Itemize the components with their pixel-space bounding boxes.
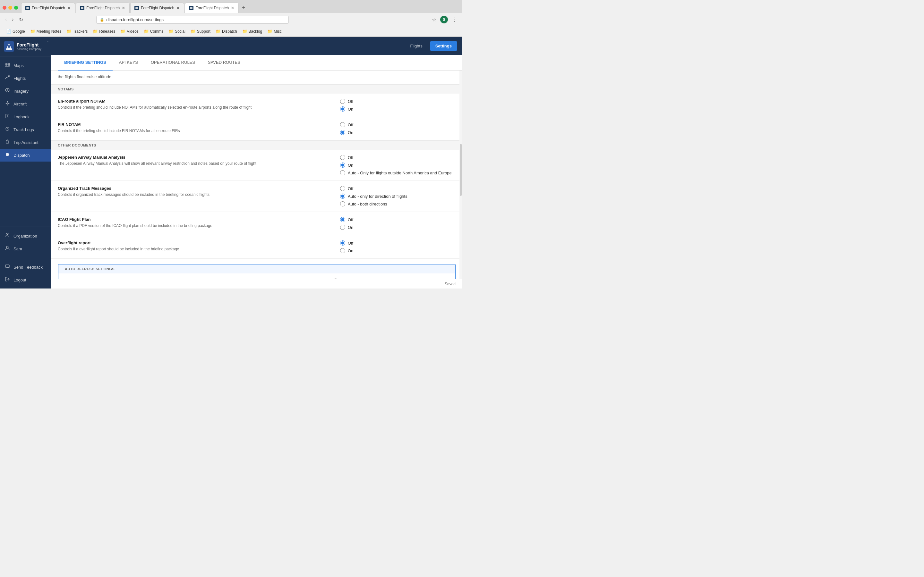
jeppesen-off-radio[interactable]: [340, 155, 345, 160]
icao-on-radio[interactable]: [340, 225, 345, 230]
overflight-on-option[interactable]: On: [340, 248, 456, 253]
auto-refresh-off-radio[interactable]: [333, 279, 338, 279]
overflight-off-option[interactable]: Off: [340, 240, 456, 245]
scrollbar-track[interactable]: [459, 71, 462, 279]
tab-api-keys[interactable]: API KEYS: [113, 55, 144, 71]
track-messages-off-option[interactable]: Off: [340, 186, 456, 191]
maximize-traffic-light[interactable]: [14, 6, 18, 10]
track-messages-auto-direction-radio[interactable]: [340, 193, 345, 199]
scrollbar-thumb[interactable]: [460, 144, 462, 196]
lock-icon: 🔒: [100, 18, 104, 22]
tab-close-3[interactable]: ✕: [176, 5, 180, 11]
bookmark-misc[interactable]: 📁 Misc: [265, 28, 284, 35]
setting-jeppesen: Jeppesen Airway Manual Analysis The Jepp…: [51, 150, 462, 181]
bookmark-google[interactable]: 📄 Google: [4, 28, 27, 35]
jeppesen-on-option[interactable]: On: [340, 163, 456, 168]
bookmark-comms[interactable]: 📁 Comms: [142, 28, 166, 35]
enroute-notam-on-option[interactable]: On: [340, 106, 456, 111]
bookmark-videos[interactable]: 📁 Videos: [118, 28, 141, 35]
bookmark-meeting-notes[interactable]: 📁 Meeting Notes: [28, 28, 63, 35]
maps-icon: [5, 62, 10, 69]
jeppesen-auto-radio[interactable]: [340, 170, 345, 175]
flights-nav-button[interactable]: Flights: [405, 41, 427, 51]
tab-briefing-settings[interactable]: BRIEFING SETTINGS: [58, 55, 113, 71]
collapse-sidebar-button[interactable]: «: [47, 39, 49, 43]
icao-off-option[interactable]: Off: [340, 217, 456, 222]
setting-track-messages-desc: Controls if organized track messages sho…: [58, 192, 327, 197]
menu-button[interactable]: ⋮: [451, 16, 458, 23]
content-area[interactable]: the flights final cruise altitude NOTAMS…: [51, 71, 462, 279]
bookmark-social[interactable]: 📁 Social: [166, 28, 188, 35]
reload-button[interactable]: ↻: [18, 16, 24, 23]
sidebar-item-tripassistant[interactable]: Trip Assistant: [0, 136, 51, 149]
bookmark-backlog[interactable]: 📁 Backlog: [240, 28, 265, 35]
browser-tab-2[interactable]: ForeFlight Dispatch ✕: [76, 3, 129, 13]
sidebar-nav: Maps Flights Imagery Aircraft: [0, 56, 51, 227]
bookmark-dispatch[interactable]: 📁 Dispatch: [213, 28, 239, 35]
overflight-on-radio[interactable]: [340, 248, 345, 253]
bookmark-trackers[interactable]: 📁 Trackers: [64, 28, 90, 35]
icao-off-radio[interactable]: [340, 217, 345, 222]
sidebar-item-aircraft[interactable]: Aircraft: [0, 97, 51, 110]
browser-tab-1[interactable]: ForeFlight Dispatch ✕: [21, 3, 75, 13]
jeppesen-auto-option[interactable]: Auto - Only for flights outside North Am…: [340, 170, 456, 175]
track-messages-both-radio[interactable]: [340, 201, 345, 206]
enroute-notam-off-radio[interactable]: [340, 99, 345, 104]
setting-overflight-name: Overflight report: [58, 240, 327, 245]
sidebar-item-tracklogs[interactable]: Track Logs: [0, 123, 51, 136]
overflight-off-radio[interactable]: [340, 240, 345, 245]
bookmark-star-button[interactable]: ☆: [431, 16, 438, 23]
fir-notam-off-radio[interactable]: [340, 122, 345, 127]
sidebar-item-logout[interactable]: Logout: [0, 274, 51, 286]
track-messages-both-option[interactable]: Auto - both directions: [340, 201, 456, 206]
close-traffic-light[interactable]: [3, 6, 6, 10]
address-bar[interactable]: 🔒 dispatch.foreflight.com/settings: [96, 16, 289, 24]
auto-refresh-box: AUTO REFRESH SETTINGS Auto Refresh Autom…: [58, 264, 456, 279]
bookmark-releases[interactable]: 📁 Releases: [90, 28, 118, 35]
browser-tab-3[interactable]: ForeFlight Dispatch ✕: [130, 3, 184, 13]
auto-refresh-off-option[interactable]: Off: [333, 279, 449, 279]
saved-status: Saved: [445, 282, 456, 286]
sidebar-item-logbook[interactable]: Logbook: [0, 110, 51, 123]
browser-tab-4[interactable]: ForeFlight Dispatch ✕: [185, 3, 239, 13]
sidebar-item-maps[interactable]: Maps: [0, 59, 51, 72]
folder-icon-support: 📁: [191, 29, 196, 34]
sidebar-item-imagery[interactable]: Imagery: [0, 85, 51, 97]
fir-notam-off-option[interactable]: Off: [340, 122, 456, 127]
setting-fir-notam-name: FIR NOTAM: [58, 122, 327, 127]
setting-overflight-controls: Off On: [340, 240, 456, 253]
jeppesen-on-radio[interactable]: [340, 163, 345, 168]
minimize-traffic-light[interactable]: [8, 6, 12, 10]
bookmark-support[interactable]: 📁 Support: [188, 28, 213, 35]
tab-close-1[interactable]: ✕: [67, 5, 71, 11]
track-messages-auto-direction-option[interactable]: Auto - only for direction of flights: [340, 193, 456, 199]
auto-refresh-header: AUTO REFRESH SETTINGS: [58, 264, 455, 274]
back-button[interactable]: ‹: [4, 16, 8, 23]
sidebar-item-organization[interactable]: Organization: [0, 229, 51, 242]
enroute-notam-off-option[interactable]: Off: [340, 99, 456, 104]
setting-jeppesen-name: Jeppesen Airway Manual Analysis: [58, 155, 327, 160]
bookmarks-bar: 📄 Google 📁 Meeting Notes 📁 Trackers 📁 Re…: [0, 26, 462, 37]
sidebar-item-send-feedback[interactable]: Send Feedback: [0, 261, 51, 274]
new-tab-button[interactable]: +: [239, 3, 248, 13]
sidebar-item-sam[interactable]: Sam: [0, 242, 51, 255]
forward-button[interactable]: ›: [11, 16, 15, 23]
sidebar-item-flights[interactable]: Flights: [0, 72, 51, 85]
sidebar-item-dispatch[interactable]: Dispatch: [0, 149, 51, 161]
fir-notam-on-radio[interactable]: [340, 130, 345, 135]
user-avatar[interactable]: S: [440, 16, 448, 23]
track-messages-off-label: Off: [348, 186, 353, 191]
tab-close-2[interactable]: ✕: [121, 5, 126, 11]
enroute-notam-on-radio[interactable]: [340, 106, 345, 111]
icao-on-option[interactable]: On: [340, 225, 456, 230]
tab-saved-routes[interactable]: SAVED ROUTES: [202, 55, 247, 71]
tab-operational-rules[interactable]: OPERATIONAL RULES: [144, 55, 202, 71]
tab-close-4[interactable]: ✕: [231, 5, 234, 11]
track-messages-off-radio[interactable]: [340, 186, 345, 191]
settings-tabs: BRIEFING SETTINGS API KEYS OPERATIONAL R…: [51, 55, 462, 71]
aircraft-icon: [5, 101, 10, 107]
settings-nav-button[interactable]: Settings: [430, 41, 457, 51]
flights-icon: [5, 75, 10, 81]
jeppesen-off-option[interactable]: Off: [340, 155, 456, 160]
fir-notam-on-option[interactable]: On: [340, 130, 456, 135]
